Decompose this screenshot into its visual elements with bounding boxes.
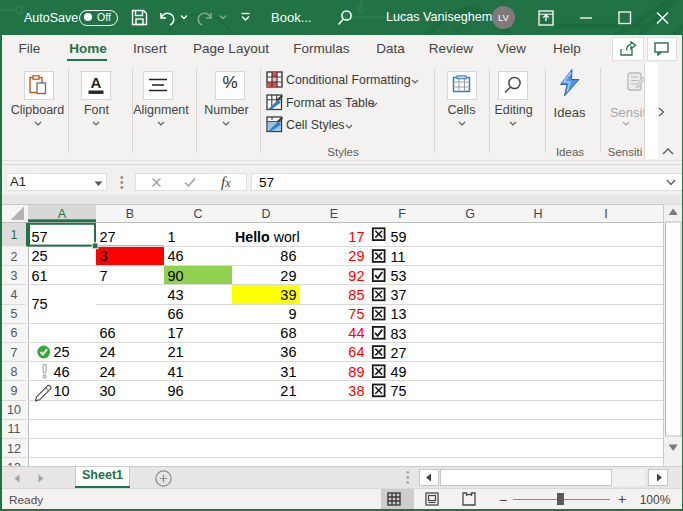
svg-text:I: I	[604, 207, 607, 221]
svg-text:57: 57	[32, 229, 48, 245]
svg-text:A: A	[58, 207, 67, 221]
svg-text:92: 92	[348, 268, 364, 284]
svg-text:25: 25	[54, 344, 70, 360]
svg-text:G: G	[465, 207, 475, 221]
svg-text:30: 30	[100, 383, 116, 399]
svg-text:59: 59	[391, 229, 407, 245]
svg-text:83: 83	[391, 326, 407, 342]
svg-text:41: 41	[168, 364, 184, 380]
svg-text:75: 75	[32, 296, 48, 312]
svg-text:E: E	[330, 207, 338, 221]
svg-text:12: 12	[7, 442, 21, 456]
svg-text:10: 10	[7, 403, 21, 417]
svg-text:6: 6	[11, 326, 18, 340]
svg-text:31: 31	[280, 364, 296, 380]
svg-text:H: H	[533, 207, 542, 221]
svg-text:Hello world: Hello world	[235, 229, 308, 245]
svg-text:21: 21	[168, 344, 184, 360]
svg-text:17: 17	[168, 325, 184, 341]
svg-text:F: F	[398, 207, 406, 221]
svg-text:64: 64	[348, 344, 364, 360]
svg-text:66: 66	[100, 325, 116, 341]
svg-text:27: 27	[100, 229, 116, 245]
svg-text:7: 7	[100, 268, 108, 284]
svg-text:46: 46	[168, 248, 184, 264]
svg-text:89: 89	[348, 364, 364, 380]
svg-text:1: 1	[11, 228, 18, 242]
svg-text:85: 85	[348, 287, 364, 303]
svg-text:3: 3	[11, 269, 18, 283]
svg-text:46: 46	[54, 364, 70, 380]
svg-text:36: 36	[280, 344, 296, 360]
svg-text:13: 13	[391, 306, 407, 322]
svg-text:49: 49	[391, 364, 407, 380]
svg-text:29: 29	[348, 248, 364, 264]
svg-text:75: 75	[348, 306, 364, 322]
svg-text:B: B	[126, 207, 134, 221]
svg-text:37: 37	[391, 287, 407, 303]
svg-text:39: 39	[280, 287, 296, 303]
svg-text:24: 24	[100, 344, 116, 360]
svg-text:25: 25	[32, 248, 48, 264]
svg-text:2: 2	[11, 250, 18, 264]
svg-text:38: 38	[348, 383, 364, 399]
svg-text:17: 17	[348, 229, 364, 245]
svg-text:7: 7	[11, 346, 18, 360]
svg-text:21: 21	[280, 383, 296, 399]
svg-text:24: 24	[100, 364, 116, 380]
svg-text:11: 11	[391, 249, 406, 265]
svg-text:68: 68	[280, 325, 296, 341]
svg-text:29: 29	[280, 268, 296, 284]
svg-text:86: 86	[280, 248, 296, 264]
svg-text:44: 44	[348, 325, 364, 341]
svg-text:D: D	[261, 207, 270, 221]
svg-text:1: 1	[168, 229, 176, 245]
svg-text:43: 43	[168, 287, 184, 303]
svg-text:61: 61	[32, 268, 48, 284]
svg-text:9: 9	[288, 306, 296, 322]
svg-text:9: 9	[11, 384, 18, 398]
svg-text:4: 4	[11, 288, 18, 302]
svg-text:11: 11	[8, 422, 21, 436]
svg-text:A: A	[91, 74, 102, 91]
svg-text:10: 10	[54, 383, 70, 399]
svg-text:3: 3	[100, 248, 108, 264]
svg-text:5: 5	[11, 307, 18, 321]
svg-text:75: 75	[391, 383, 407, 399]
svg-text:66: 66	[168, 306, 184, 322]
svg-text:27: 27	[391, 345, 407, 361]
svg-text:53: 53	[391, 268, 407, 284]
svg-text:8: 8	[11, 365, 18, 379]
svg-text:96: 96	[168, 383, 184, 399]
svg-text:90: 90	[168, 268, 184, 284]
svg-text:C: C	[193, 207, 202, 221]
